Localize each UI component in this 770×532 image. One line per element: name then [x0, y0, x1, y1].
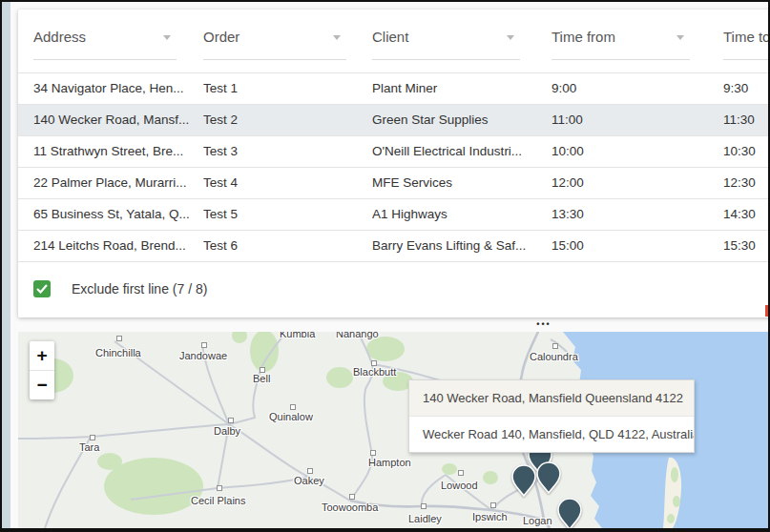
town-label: Toowoomba [322, 501, 378, 513]
map-pin[interactable] [557, 498, 582, 528]
town-label: Cecil Plains [191, 495, 245, 506]
cell-time-from: 12:00 [551, 168, 637, 198]
column-header-label: Order [203, 29, 239, 45]
stops-table-panel: Address Order Client Time from Time to 3… [18, 10, 770, 317]
town-label: Hampton [368, 457, 411, 468]
table-row[interactable]: 65 Business St, Yatala, Q... Test 5 A1 H… [18, 199, 770, 231]
cell-order: Test 1 [203, 73, 356, 104]
map-zoom-control: + − [30, 341, 54, 399]
cell-address: 34 Navigator Place, Hen... [33, 73, 198, 104]
table-body: 34 Navigator Place, Hen... Test 1 Plant … [18, 72, 770, 262]
town-marker [290, 404, 296, 410]
cell-time-to: 9:30 [723, 73, 770, 104]
town-label: Quinalow [269, 411, 313, 422]
chevron-down-icon[interactable] [333, 35, 341, 40]
address-suggestions-popup: 140 Wecker Road, Mansfield Queensland 41… [408, 379, 695, 453]
cell-address: 22 Palmer Place, Murarri... [33, 168, 198, 198]
column-header-label: Address [33, 29, 86, 45]
cell-address: 65 Business St, Yatala, Q... [33, 199, 198, 230]
town-label: Kumbia [280, 332, 315, 339]
cell-time-from: 10:00 [551, 136, 637, 167]
cell-order: Test 3 [203, 136, 356, 167]
cell-time-to: 10:30 [723, 136, 770, 167]
town-label: Caloundra [530, 351, 578, 362]
cell-client: MFE Services [372, 168, 546, 198]
map-pin[interactable] [536, 461, 561, 494]
town-label: Laidley [408, 513, 442, 524]
town-marker [458, 470, 464, 476]
column-header-time-to[interactable]: Time to [723, 27, 770, 60]
cell-client: O'Neill Electrical Industri... [372, 136, 546, 167]
town-label: Chinchilla [95, 347, 141, 358]
town-label: Blackbutt [353, 366, 396, 378]
app-window: Address Order Client Time from Time to 3… [0, 0, 770, 532]
table-row[interactable]: 214 Leitchs Road, Brend... Test 6 Barry … [18, 231, 770, 262]
cell-client: A1 Highways [372, 199, 546, 230]
exclude-first-line-label: Exclude first line (7 / 8) [72, 281, 207, 297]
map-pin[interactable] [511, 464, 536, 497]
column-header-time-from[interactable]: Time from [551, 27, 690, 60]
town-label: Oakey [294, 475, 324, 486]
cell-time-to: 12:30 [723, 168, 770, 198]
table-row[interactable]: 11 Strathwyn Street, Bre... Test 3 O'Nei… [18, 136, 770, 168]
chevron-down-icon[interactable] [676, 35, 684, 40]
town-label: Tara [79, 441, 99, 453]
town-label: Lowood [441, 480, 478, 491]
town-marker [201, 342, 207, 348]
column-header-label: Time to [723, 29, 770, 45]
column-header-client[interactable]: Client [372, 27, 520, 60]
cell-order: Test 6 [203, 231, 356, 261]
cell-client: Green Star Supplies [372, 105, 546, 135]
cell-time-to: 15:30 [723, 231, 770, 261]
table-row-selected[interactable]: 140 Wecker Road, Mansf... Test 2 Green S… [18, 105, 770, 136]
chevron-down-icon[interactable] [507, 35, 514, 40]
checkmark-icon [36, 284, 48, 294]
town-marker [421, 503, 427, 509]
suggestion-item[interactable]: Wecker Road 140, Mansfield, QLD 4122, Au… [409, 417, 694, 452]
cell-time-from: 15:00 [551, 231, 637, 261]
exclude-first-line-row: Exclude first line (7 / 8) [33, 280, 207, 297]
town-label: Nanango [336, 332, 379, 339]
page-left-gutter [2, 2, 10, 528]
cell-client: Barry Evans Lifting & Saf... [372, 231, 546, 261]
panel-splitter-handle[interactable]: ••• [528, 317, 560, 331]
cell-order: Test 4 [203, 168, 356, 198]
table-row[interactable]: 34 Navigator Place, Hen... Test 1 Plant … [18, 72, 770, 105]
cell-client: Plant Miner [372, 73, 546, 104]
column-header-label: Client [372, 29, 408, 45]
zoom-in-button[interactable]: + [30, 341, 54, 370]
zoom-out-button[interactable]: − [30, 370, 54, 399]
cell-time-from: 9:00 [551, 73, 637, 104]
chevron-down-icon[interactable] [163, 35, 171, 40]
cell-time-to: 14:30 [723, 199, 770, 230]
town-marker [228, 418, 234, 423]
column-header-order[interactable]: Order [203, 27, 346, 60]
cell-time-from: 11:00 [551, 105, 637, 135]
column-header-label: Time from [551, 29, 615, 45]
town-label: Ipswich [472, 511, 508, 522]
town-label: Bell [253, 373, 270, 384]
suggestion-item[interactable]: 140 Wecker Road, Mansfield Queensland 41… [409, 380, 694, 417]
town-marker [370, 450, 376, 456]
cell-time-to: 11:30 [723, 105, 770, 135]
scroll-indicator [765, 305, 768, 317]
column-header-address[interactable]: Address [33, 27, 177, 60]
map-canvas[interactable]: ChinchillaJandowaeKumbiaNanangoBellBlack… [18, 332, 768, 528]
table-row[interactable]: 22 Palmer Place, Murarri... Test 4 MFE S… [18, 168, 770, 199]
town-marker [116, 336, 122, 341]
town-label: Logan [523, 515, 552, 526]
town-label: Jandowae [179, 350, 227, 361]
cell-address: 214 Leitchs Road, Brend... [33, 231, 198, 261]
cell-order: Test 5 [203, 199, 356, 230]
town-marker [307, 468, 313, 474]
cell-time-from: 13:30 [551, 199, 637, 230]
cell-address: 11 Strathwyn Street, Bre... [33, 136, 198, 167]
town-marker [349, 494, 355, 500]
town-marker [217, 485, 222, 491]
town-label: Dalby [214, 425, 240, 437]
town-marker [490, 502, 496, 508]
cell-order: Test 2 [203, 105, 356, 135]
cell-address: 140 Wecker Road, Mansf... [33, 105, 198, 135]
exclude-first-line-checkbox[interactable] [33, 280, 51, 297]
town-marker [90, 435, 95, 440]
